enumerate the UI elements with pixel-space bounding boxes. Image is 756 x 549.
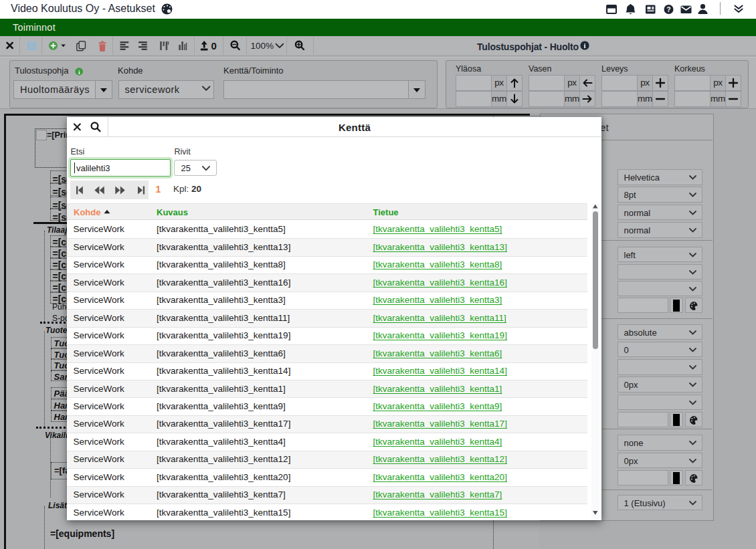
svg-text:i: i bbox=[584, 42, 586, 49]
svg-text:?: ? bbox=[666, 5, 670, 13]
svg-text:100%: 100% bbox=[251, 41, 274, 51]
svg-text:0: 0 bbox=[211, 40, 217, 51]
